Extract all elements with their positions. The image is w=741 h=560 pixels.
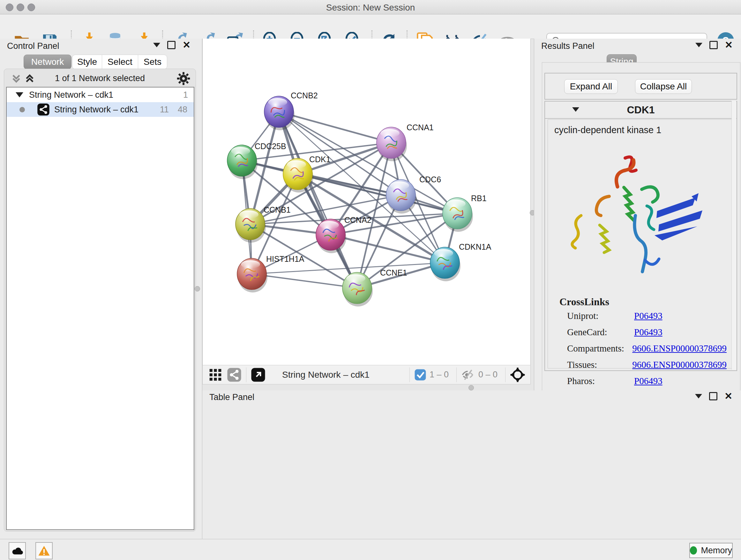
network-edge[interactable] bbox=[331, 235, 445, 263]
crosslink-label: Compartments: bbox=[567, 343, 632, 354]
network-share-icon bbox=[37, 103, 50, 116]
memory-label: Memory bbox=[701, 546, 732, 556]
collapse-all-button[interactable]: Collapse All bbox=[635, 79, 692, 94]
results-panel-window-controls: ✕ bbox=[695, 39, 733, 51]
network-collection-row[interactable]: String Network – cdk1 1 bbox=[7, 87, 194, 102]
protein-structure-image bbox=[561, 148, 718, 283]
crosslink-value-link[interactable]: P06493 bbox=[634, 311, 663, 321]
crosslink-label: Tissues: bbox=[567, 360, 632, 370]
network-edge-count: 48 bbox=[178, 105, 187, 115]
gene-entry-body: cyclin-dependent kinase 1 bbox=[548, 119, 733, 368]
control-panel: Control Panel ✕ Network Style Select Set… bbox=[0, 39, 202, 539]
expand-all-button[interactable]: Expand All bbox=[564, 79, 618, 94]
collapse-panel-icon[interactable] bbox=[153, 43, 160, 47]
crosslink-value-link[interactable]: P06493 bbox=[634, 376, 663, 386]
network-node[interactable] bbox=[235, 208, 266, 243]
results-scrollbar[interactable] bbox=[731, 101, 736, 370]
network-view-title: String Network – cdk1 bbox=[282, 370, 369, 380]
network-node[interactable] bbox=[377, 127, 407, 161]
network-node[interactable] bbox=[237, 258, 267, 293]
splitter-handle[interactable] bbox=[195, 286, 200, 292]
network-panel-body: 1 of 1 Network selected String Network –… bbox=[4, 69, 196, 532]
network-collection-label: String Network – cdk1 bbox=[29, 90, 113, 100]
network-options-gear-icon[interactable] bbox=[177, 71, 191, 85]
tab-network[interactable]: Network bbox=[23, 55, 71, 69]
close-panel-icon[interactable]: ✕ bbox=[725, 42, 733, 48]
birdseye-crosshair-icon[interactable] bbox=[510, 367, 525, 382]
network-node-label: CDC6 bbox=[419, 175, 441, 184]
gene-description: cyclin-dependent kinase 1 bbox=[554, 125, 733, 135]
detach-view-icon[interactable] bbox=[251, 368, 266, 382]
tab-select[interactable]: Select bbox=[102, 55, 138, 69]
gene-entry-header[interactable]: CDK1 bbox=[545, 102, 737, 119]
network-row[interactable]: String Network – cdk1 11 48 bbox=[7, 102, 194, 117]
network-graph[interactable]: CCNB2CCNA1CDC25BCDK1CDC6RB1CCNB1CCNA2CDK… bbox=[203, 39, 530, 365]
crosslink-value-link[interactable]: P06493 bbox=[634, 327, 663, 337]
network-node[interactable] bbox=[430, 247, 461, 281]
network-node[interactable] bbox=[316, 219, 346, 253]
warning-icon bbox=[38, 545, 50, 556]
network-node-label: CDK1 bbox=[309, 155, 331, 164]
crosslink-row: Pharos:P06493 bbox=[567, 376, 727, 386]
network-node-label: CDC25B bbox=[255, 142, 286, 151]
crosslink-row: Compartments:9606.ENSP00000378699 bbox=[567, 343, 727, 354]
crosslink-row: Tissues:9606.ENSP00000378699 bbox=[567, 360, 727, 370]
network-node-count: 11 bbox=[160, 105, 169, 115]
close-panel-icon[interactable]: ✕ bbox=[183, 42, 191, 48]
close-panel-icon[interactable]: ✕ bbox=[724, 393, 732, 399]
cloud-icon bbox=[11, 546, 23, 555]
crosslink-value-link[interactable]: 9606.ENSP00000378699 bbox=[632, 343, 727, 354]
titlebar: Session: New Session bbox=[0, 0, 741, 14]
crosslink-row: GeneCard:P06493 bbox=[567, 327, 727, 337]
crosslinks-title: CrossLinks bbox=[559, 296, 609, 308]
crosslink-label: Uniprot: bbox=[567, 311, 634, 321]
collapse-panel-icon[interactable] bbox=[695, 43, 702, 47]
table-panel-title: Table Panel bbox=[209, 392, 254, 402]
network-list-icon[interactable] bbox=[227, 368, 242, 382]
window-title: Session: New Session bbox=[0, 3, 741, 13]
crosslink-value-link[interactable]: 9606.ENSP00000378699 bbox=[632, 360, 727, 370]
table-panel: Table Panel ✕ f(x) shared namenamecanoni… bbox=[202, 390, 741, 539]
network-canvas[interactable]: CCNB2CCNA1CDC25BCDK1CDC6RB1CCNB1CCNA2CDK… bbox=[202, 39, 531, 365]
collapse-panel-icon[interactable] bbox=[695, 394, 702, 398]
float-panel-icon[interactable] bbox=[167, 41, 176, 49]
memory-status-dot bbox=[690, 546, 697, 555]
splitter-handle[interactable] bbox=[468, 385, 474, 390]
gene-name: CDK1 bbox=[545, 104, 737, 116]
cloud-button[interactable] bbox=[9, 542, 26, 559]
memory-button[interactable]: Memory bbox=[689, 543, 733, 558]
expand-collapse-box: Expand All Collapse All bbox=[544, 73, 737, 100]
network-node[interactable] bbox=[283, 159, 313, 192]
network-edge[interactable] bbox=[252, 274, 357, 288]
network-view-toolbar: String Network – cdk1 1 – 0 0 – 0 bbox=[202, 365, 531, 384]
network-node-label: CDKN1A bbox=[459, 242, 491, 251]
cytoscape-window: Session: New Session bbox=[0, 0, 741, 560]
toolbar-separator bbox=[246, 368, 246, 382]
tab-sets[interactable]: Sets bbox=[138, 55, 167, 69]
network-selection-summary: 1 of 1 Network selected bbox=[4, 73, 196, 83]
toolbar-separator bbox=[505, 368, 506, 382]
crosslink-row: Uniprot:P06493 bbox=[567, 311, 727, 321]
network-node[interactable] bbox=[443, 198, 473, 232]
network-node[interactable] bbox=[227, 145, 258, 179]
network-node[interactable] bbox=[386, 179, 416, 213]
collection-count: 1 bbox=[183, 90, 188, 100]
network-node-label: CCNA2 bbox=[344, 215, 372, 225]
network-node-label: CCNA1 bbox=[407, 123, 434, 132]
tab-style[interactable]: Style bbox=[72, 55, 102, 69]
network-tree: String Network – cdk1 1 String Network –… bbox=[6, 87, 194, 530]
main-toolbar: ? bbox=[0, 14, 741, 39]
hidden-count: 0 – 0 bbox=[478, 370, 497, 380]
tree-expander-icon[interactable] bbox=[16, 92, 23, 98]
network-node[interactable] bbox=[342, 272, 373, 307]
hidden-eye-icon[interactable] bbox=[461, 368, 475, 381]
network-node-label: CCNB2 bbox=[291, 91, 318, 100]
warnings-button[interactable] bbox=[36, 542, 53, 559]
network-node-label: HIST1H1A bbox=[266, 254, 305, 263]
selected-checkbox-icon[interactable] bbox=[414, 369, 426, 381]
float-panel-icon[interactable] bbox=[710, 41, 718, 49]
crosslink-label: GeneCard: bbox=[567, 327, 634, 337]
float-panel-icon[interactable] bbox=[709, 392, 718, 400]
grid-view-icon[interactable] bbox=[208, 368, 222, 382]
network-node-label: RB1 bbox=[471, 194, 487, 203]
